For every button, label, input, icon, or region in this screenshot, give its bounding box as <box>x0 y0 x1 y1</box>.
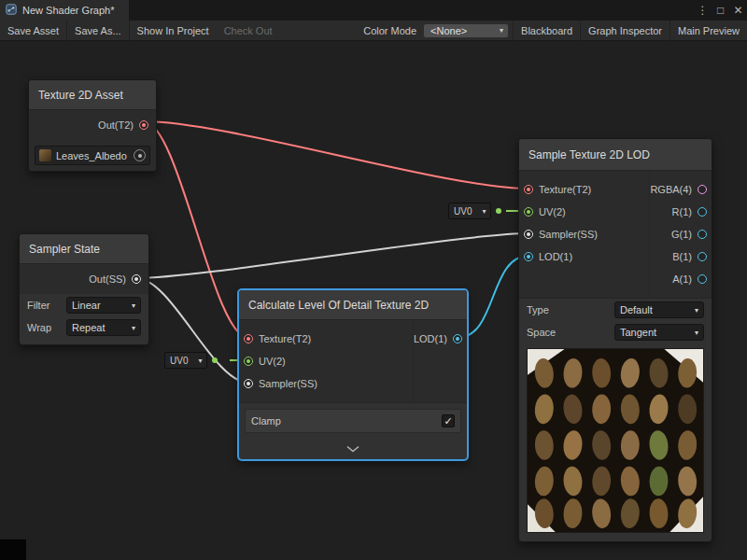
texture-thumbnail-icon <box>39 149 51 161</box>
chevron-down-icon: ▾ <box>695 306 698 315</box>
wrap-dropdown[interactable]: Repeat ▾ <box>66 319 141 336</box>
port-label: G(1) <box>671 229 692 240</box>
input-port-texture2d[interactable] <box>244 334 253 343</box>
node-collapse-footer[interactable] <box>239 439 467 459</box>
type-label: Type <box>527 304 549 315</box>
port-label: Sampler(SS) <box>539 229 598 240</box>
node-sample-texture-2d-lod[interactable]: Sample Texture 2D LOD Texture(T2) UV(2) … <box>518 138 712 542</box>
node-title[interactable]: Calculate Level Of Detail Texture 2D <box>239 290 467 320</box>
chevron-down-icon: ▾ <box>500 26 503 35</box>
input-port-sampler[interactable] <box>244 379 253 388</box>
port-label: Texture(T2) <box>259 333 311 344</box>
shader-graph-icon <box>6 4 17 17</box>
output-port-lod[interactable] <box>453 334 462 343</box>
wrap-value: Repeat <box>72 322 105 333</box>
input-port-uv[interactable] <box>244 357 253 366</box>
edge-texture-to-calculate-lod[interactable] <box>144 121 248 338</box>
edge-texture-to-sample-lod[interactable] <box>144 121 529 189</box>
close-icon[interactable]: ✕ <box>729 0 747 21</box>
node-preview-image <box>527 348 704 533</box>
port-label: LOD(1) <box>414 333 447 344</box>
port-label-out-t2: Out(T2) <box>98 119 134 131</box>
uv-channel-dropdown-sample[interactable]: UV0 ▾ <box>448 203 501 219</box>
output-port-texture2d[interactable] <box>139 120 148 130</box>
input-port-uv[interactable] <box>524 207 533 217</box>
chevron-down-icon: ▾ <box>482 207 486 216</box>
window-title: New Shader Graph* <box>22 5 114 16</box>
graph-toolbar: Save Asset Save As... Show In Project Ch… <box>0 21 747 41</box>
color-mode-value: <None> <box>430 25 467 36</box>
filter-value: Linear <box>72 300 101 311</box>
type-value: Default <box>620 304 653 315</box>
port-label: Sampler(SS) <box>259 378 317 389</box>
node-sampler-state[interactable]: Sampler State Out(SS) Filter Linear ▾ Wr… <box>19 233 149 345</box>
filter-label: Filter <box>27 300 49 311</box>
chevron-down-icon: ▾ <box>198 357 202 365</box>
port-label: A(1) <box>672 273 692 285</box>
output-port-a[interactable] <box>698 274 707 284</box>
maximize-icon[interactable]: □ <box>712 0 729 21</box>
output-port-rgba[interactable] <box>698 185 707 194</box>
node-texture-2d-asset[interactable]: Texture 2D Asset Out(T2) Leaves_Albedo <box>28 79 157 172</box>
port-label: Texture(T2) <box>539 184 591 195</box>
kebab-menu-icon[interactable]: ⋮ <box>694 0 712 21</box>
bottom-left-panel-edge <box>0 539 26 560</box>
chevron-down-icon: ▾ <box>132 301 135 310</box>
output-port-b[interactable] <box>698 252 707 261</box>
uv-channel-dropdown-calculate[interactable]: UV0 ▾ <box>164 352 218 369</box>
node-title[interactable]: Sample Texture 2D LOD <box>519 139 712 171</box>
save-asset-button[interactable]: Save Asset <box>0 21 66 41</box>
space-value: Tangent <box>620 327 656 338</box>
main-preview-toggle-button[interactable]: Main Preview <box>670 21 747 41</box>
uv-port-dot <box>496 208 501 214</box>
uv-port-dot <box>212 357 218 363</box>
port-label: RGBA(4) <box>650 184 692 195</box>
space-dropdown[interactable]: Tangent ▾ <box>614 324 704 341</box>
texture-name: Leaves_Albedo <box>56 150 129 161</box>
uv-channel-value: UV0 <box>454 206 472 217</box>
port-label: UV(2) <box>259 356 286 367</box>
window-controls: ⋮ □ ✕ <box>694 0 747 21</box>
color-mode-dropdown[interactable]: <None> ▾ <box>423 23 509 38</box>
show-in-project-button[interactable]: Show In Project <box>130 21 217 41</box>
node-title[interactable]: Sampler State <box>20 234 148 264</box>
input-port-lod[interactable] <box>524 252 533 261</box>
node-title[interactable]: Texture 2D Asset <box>29 80 156 110</box>
clamp-label: Clamp <box>251 415 281 427</box>
graph-canvas[interactable]: Texture 2D Asset Out(T2) Leaves_Albedo S… <box>0 41 747 560</box>
window-tab[interactable]: New Shader Graph* <box>0 0 129 21</box>
port-label: LOD(1) <box>539 251 572 262</box>
port-label: R(1) <box>672 206 692 217</box>
clamp-checkbox[interactable]: ✓ <box>442 414 455 427</box>
input-port-texture2d[interactable] <box>524 185 533 194</box>
filter-dropdown[interactable]: Linear ▾ <box>66 297 141 314</box>
port-label: UV(2) <box>539 206 566 217</box>
uv-channel-value: UV0 <box>170 356 188 366</box>
color-mode-label: Color Mode <box>357 25 423 36</box>
check-out-button: Check Out <box>217 21 280 41</box>
output-port-samplerstate[interactable] <box>132 274 141 284</box>
collapse-chevron-icon <box>345 445 360 453</box>
clamp-row: Clamp ✓ <box>245 409 461 433</box>
object-picker-icon[interactable] <box>134 149 146 161</box>
chevron-down-icon: ▾ <box>695 329 698 337</box>
graph-inspector-toggle-button[interactable]: Graph Inspector <box>581 21 669 41</box>
output-port-r[interactable] <box>698 207 707 217</box>
save-as-button[interactable]: Save As... <box>67 21 129 41</box>
space-label: Space <box>527 327 556 338</box>
input-port-sampler[interactable] <box>524 230 533 239</box>
port-label-out-ss: Out(SS) <box>89 273 126 285</box>
texture-object-field[interactable]: Leaves_Albedo <box>35 146 150 165</box>
output-port-g[interactable] <box>698 230 707 239</box>
port-label: B(1) <box>672 251 692 262</box>
edge-sampler-to-sample-lod[interactable] <box>136 233 529 278</box>
chevron-down-icon: ▾ <box>132 324 135 332</box>
blackboard-toggle-button[interactable]: Blackboard <box>514 21 580 41</box>
type-dropdown[interactable]: Default ▾ <box>614 301 704 318</box>
node-calculate-lod-texture-2d[interactable]: Calculate Level Of Detail Texture 2D Tex… <box>238 289 468 460</box>
titlebar: New Shader Graph* ⋮ □ ✕ <box>0 0 747 21</box>
wrap-label: Wrap <box>27 322 51 333</box>
